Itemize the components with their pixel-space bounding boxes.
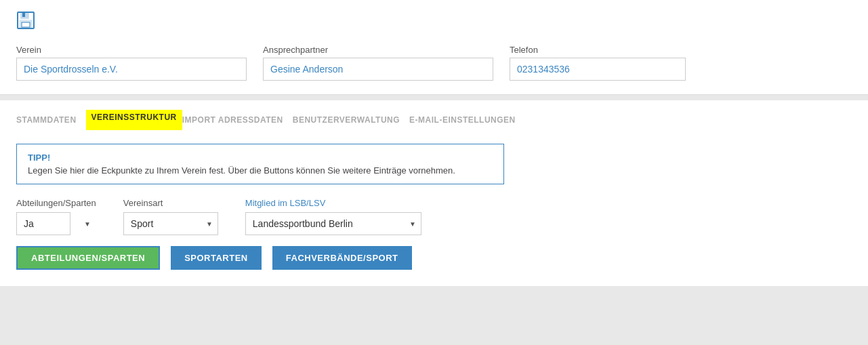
vereinsart-label: Vereinsart: [123, 198, 218, 208]
main-panel: STAMMDATEN VEREINSSTRUKTUR IMPORT ADRESS…: [0, 100, 868, 286]
ansprechpartner-label: Ansprechpartner: [263, 45, 493, 55]
abteilungen-button[interactable]: ABTEILUNGEN/SPARTEN: [16, 246, 160, 270]
verein-label: Verein: [16, 45, 247, 55]
mitglied-select-wrapper: Landessportbund Berlin Andere: [245, 212, 421, 235]
tip-title: TIPP!: [28, 153, 493, 163]
tab-benutzer[interactable]: BENUTZERVERWALTUNG: [293, 110, 409, 130]
telefon-input[interactable]: [510, 58, 686, 81]
telefon-label: Telefon: [510, 45, 686, 55]
svg-rect-4: [22, 22, 30, 27]
verein-group: Verein: [16, 45, 247, 81]
tab-bar: STAMMDATEN VEREINSSTRUKTUR IMPORT ADRESS…: [16, 100, 852, 130]
svg-rect-2: [22, 12, 25, 17]
abteilungen-select-wrapper: Ja Nein: [16, 212, 96, 235]
top-panel: Verein Ansprechpartner Telefon: [0, 0, 868, 95]
tab-stammdaten[interactable]: STAMMDATEN: [16, 110, 86, 130]
fachverbaende-button[interactable]: FACHVERBÄNDE/SPORT: [272, 246, 412, 270]
abteilungen-select[interactable]: Ja Nein: [16, 212, 70, 235]
tab-email[interactable]: E-MAIL-EINSTELLUNGEN: [409, 110, 525, 130]
abteilungen-label: Abteilungen/Sparten: [16, 198, 96, 208]
tip-box: TIPP! Legen Sie hier die Eckpunkte zu Ih…: [16, 144, 504, 184]
telefon-group: Telefon: [510, 45, 686, 81]
tip-text: Legen Sie hier die Eckpunkte zu Ihrem Ve…: [28, 165, 493, 176]
vereinsart-group: Vereinsart Sport Andere: [123, 198, 218, 235]
mitglied-label: Mitglied im LSB/LSV: [245, 198, 421, 208]
save-icon[interactable]: [16, 11, 35, 34]
ansprechpartner-group: Ansprechpartner: [263, 45, 493, 81]
sportarten-button[interactable]: SPORTARTEN: [171, 246, 262, 270]
fields-row: Abteilungen/Sparten Ja Nein Vereinsart S…: [16, 198, 852, 235]
mitglied-group: Mitglied im LSB/LSV Landessportbund Berl…: [245, 198, 421, 235]
abteilungen-group: Abteilungen/Sparten Ja Nein: [16, 198, 96, 235]
buttons-row: ABTEILUNGEN/SPARTEN SPORTARTEN FACHVERBÄ…: [16, 246, 852, 270]
vereinsart-select-wrapper: Sport Andere: [123, 212, 218, 235]
ansprechpartner-input[interactable]: [263, 58, 493, 81]
verein-input[interactable]: [16, 58, 247, 81]
tab-vereinsstruktur[interactable]: VEREINSSTRUKTUR: [86, 110, 182, 130]
mitglied-select[interactable]: Landessportbund Berlin Andere: [245, 212, 421, 235]
top-form-row: Verein Ansprechpartner Telefon: [16, 45, 852, 81]
tab-import[interactable]: IMPORT ADRESSDATEN: [182, 110, 293, 130]
vereinsart-select[interactable]: Sport Andere: [123, 212, 218, 235]
